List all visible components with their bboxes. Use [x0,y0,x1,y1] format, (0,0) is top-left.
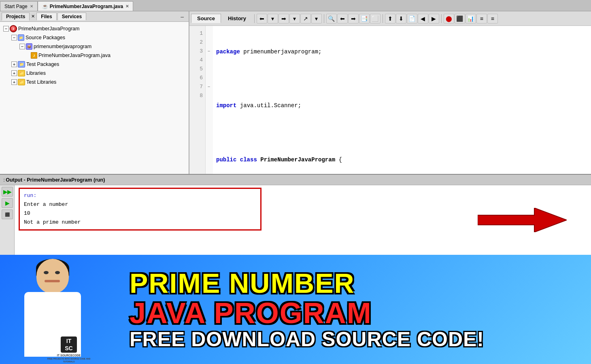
toolbar-dropdown3-button[interactable]: ▾ [311,14,322,23]
toolbar-stop-button[interactable]: ⬤ [444,14,454,23]
toolbar-copy-button[interactable]: 📄 [407,14,417,23]
test-packages-label: Test Packages [26,61,59,67]
ide-body: Projects ✕ Files Services – − J PrimeNum… [0,11,591,174]
expand-test-icon[interactable]: + [11,61,17,67]
close-start-page-icon[interactable]: ✕ [30,4,33,8]
test-libraries-icon: 📁 [18,79,25,85]
start-page-label: Start Page [4,4,28,9]
fold-btn-1 [206,29,212,38]
toolbar-next2-button[interactable]: ▶ [429,14,439,23]
toolbar-back-button[interactable]: ⬅ [257,14,267,23]
toolbar-square-button[interactable]: ⬛ [455,14,465,23]
output-title: Output - PrimeNumberJavaProgram (run) [6,177,105,183]
package-icon: 📦 [26,43,32,50]
toolbar-extra-button[interactable]: ≡ [476,14,487,23]
toolbar-jump-button[interactable]: ↗ [300,14,311,23]
toolbar-find-next-button[interactable]: ➡ [348,14,359,23]
tab-projects[interactable]: Projects [2,13,30,21]
tree-test-libraries[interactable]: + 📁 Test Libraries [2,78,187,87]
output-step-button[interactable]: ▶ [2,198,13,208]
banner-line3: FREE DOWNLOAD SOURCE CODE! [130,329,484,349]
fold-btn-7[interactable]: − [206,83,212,91]
logo-subtitle: IT SOURCECODE [47,353,91,357]
close-java-tab-icon[interactable]: ✕ [125,4,129,8]
close-projects-icon[interactable]: ✕ [31,14,35,19]
code-line-2 [216,74,588,83]
banner-section: ITSC IT SOURCECODE FREE PROJECTS WITH SO… [0,255,591,364]
toolbar-chart-button[interactable]: 📊 [466,14,476,23]
expand-src-icon[interactable]: − [11,35,17,40]
toolbar-dropdown1-button[interactable]: ▾ [268,14,278,23]
code-content[interactable]: package primenumberjavaprogram; import j… [213,26,591,174]
output-run-button[interactable]: ▶▶ [2,187,13,197]
toolbar-separator-3 [383,14,383,23]
fold-gutter: − − [206,26,213,174]
code-editor[interactable]: 1 2 3 4 5 6 7 8 − − [189,26,591,174]
tree-test-packages[interactable]: + 📁 Test Packages [2,60,187,69]
java-file-icon-tab: ☕ [42,4,48,9]
tree-libraries[interactable]: + 📁 Libraries [2,69,187,78]
person-head [36,259,69,293]
test-packages-icon: 📁 [18,61,25,68]
java-file-tab-label: PrimeNumberJavaProgram.java [50,4,123,9]
expand-lib-icon[interactable]: + [11,70,17,76]
red-arrow [478,208,567,232]
tree-pkg[interactable]: − 📦 primenumberjavaprogram [2,42,187,51]
output-header: Output - PrimeNumberJavaProgram (run) [0,175,591,185]
toolbar-nav-group: ⬅ ▾ ➡ ▾ ↗ ▾ [257,14,322,23]
banner-line1: PRIME NUMBER [130,269,355,297]
toolbar-up-button[interactable]: ⬆ [385,14,395,23]
expand-testlib-icon[interactable]: + [11,79,17,85]
source-packages-label: Source Packages [26,35,65,40]
code-line-3: import java.util.Scanner; [216,101,588,110]
output-body: ▶▶ ▶ ⬛ run: Enter a number 10 Not a prim… [0,185,591,255]
person-silhouette: ITSC IT SOURCECODE FREE PROJECTS WITH SO… [8,259,97,364]
output-line-run: run: [24,191,256,200]
toolbar-extra2-button[interactable]: ≡ [487,14,498,23]
toolbar-search-group: 🔍 ⬅ ➡ 📑 ⬜ [326,14,381,23]
banner-text: PRIME NUMBER JAVA PROGRAM FREE DOWNLOAD … [105,269,591,349]
logo-badge: ITSC [61,336,77,353]
toolbar-fwd-button[interactable]: ➡ [278,14,289,23]
toolbar-down-button[interactable]: ⬇ [396,14,406,23]
toolbar-dropdown2-button[interactable]: ▾ [289,14,300,23]
output-box: run: Enter a number 10 Not a prime numbe… [19,188,261,231]
ide-section: Start Page ✕ ☕ PrimeNumberJavaProgram.ja… [0,0,591,174]
person-body: ITSC IT SOURCECODE FREE PROJECTS WITH SO… [24,292,81,357]
expand-root-icon[interactable]: − [3,26,9,32]
expand-pkg-icon[interactable]: − [19,44,25,49]
fold-btn-5 [206,65,212,74]
toolbar-bookmark-button[interactable]: 📑 [359,14,370,23]
toolbar-prev2-button[interactable]: ◀ [418,14,428,23]
java-file-tree-icon: J [31,52,37,59]
tab-java-file[interactable]: ☕ PrimeNumberJavaProgram.java ✕ [38,1,133,11]
editor-toolbar: Source History ⬅ ▾ ➡ ▾ ↗ ▾ 🔍 ⬅ ➡ 📑 [189,11,591,26]
history-tab-button[interactable]: History [222,14,252,23]
svg-marker-0 [478,208,567,232]
code-line-1: package primenumberjavaprogram; [216,47,588,56]
tab-files[interactable]: Files [36,13,56,20]
toolbar-separator-2 [324,14,324,23]
tab-services[interactable]: Services [57,13,86,20]
toolbar-search-button[interactable]: 🔍 [326,14,337,23]
fold-btn-3[interactable]: − [206,47,212,56]
fold-btn-2 [206,38,212,47]
output-extra-button[interactable]: ⬛ [2,210,13,219]
line-numbers: 1 2 3 4 5 6 7 8 [189,26,206,174]
toolbar-find-prev-button[interactable]: ⬅ [337,14,348,23]
fold-btn-6 [206,74,212,83]
project-icon: J [10,25,17,32]
code-line-5: public class PrimeNumberJavaProgram { [216,155,588,164]
tab-start-page[interactable]: Start Page ✕ [0,1,38,11]
minimize-panel-button[interactable]: – [177,13,187,20]
toolbar-rect-button[interactable]: ⬜ [370,14,381,23]
source-tab-button[interactable]: Source [191,14,221,23]
tree-root[interactable]: − J PrimeNumberJavaProgram [2,24,187,33]
tree-source-packages[interactable]: − 📁 Source Packages [2,33,187,42]
output-content: run: Enter a number 10 Not a prime numbe… [15,185,591,255]
fold-btn-8 [206,91,212,100]
banner-person: ITSC IT SOURCECODE FREE PROJECTS WITH SO… [0,255,105,364]
editor-panel: Source History ⬅ ▾ ➡ ▾ ↗ ▾ 🔍 ⬅ ➡ 📑 [189,11,591,174]
tree-java-file[interactable]: J PrimeNumberJavaProgram.java [2,51,187,60]
libraries-label: Libraries [26,70,46,76]
